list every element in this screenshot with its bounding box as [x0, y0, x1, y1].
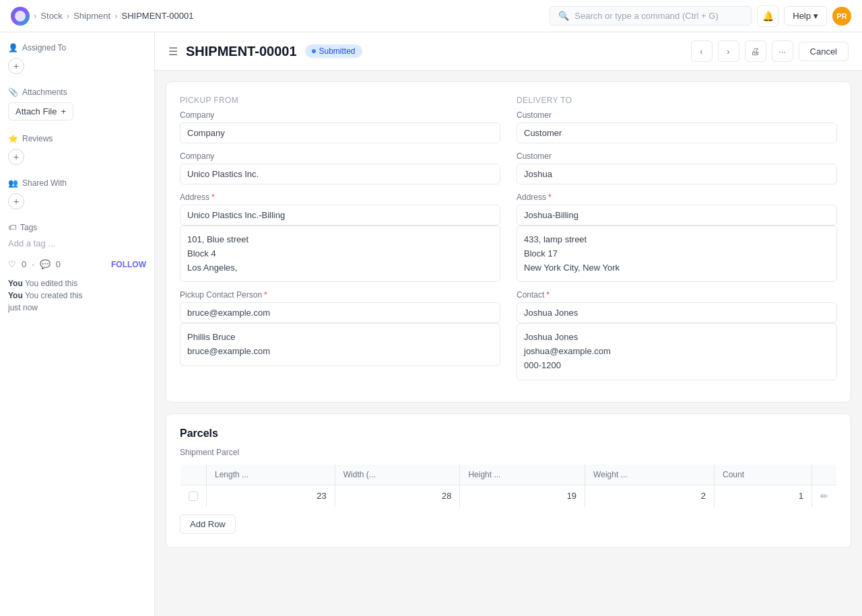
print-button[interactable]: 🖨 [745, 40, 766, 62]
add-row-button[interactable]: Add Row [180, 514, 236, 534]
help-chevron-icon: ▾ [814, 11, 818, 21]
pickup-col: Pickup from Company Company Company Unic… [180, 96, 500, 388]
status-badge: Submitted [305, 44, 362, 58]
add-shared-button[interactable]: + [8, 193, 24, 209]
menu-icon[interactable]: ☰ [168, 45, 178, 58]
delivery-contact-name: Joshua Jones [524, 331, 830, 345]
sidebar: 👤 Assigned To + 📎 Attachments Attach Fil… [0, 32, 155, 616]
assigned-to-section: 👤 Assigned To + [8, 43, 146, 74]
delivery-title: Delivery to [517, 96, 837, 105]
th-length: Length ... [207, 464, 335, 485]
pickup-contact-field: Pickup Contact Person * bruce@example.co… [180, 290, 500, 366]
pickup-type-input[interactable]: Company [180, 123, 500, 143]
attachments-title: 📎 Attachments [8, 88, 146, 97]
notification-button[interactable]: 🔔 [757, 5, 778, 27]
th-weight: Weight ... [585, 464, 715, 485]
status-dot [312, 49, 316, 53]
parcels-tbody: 23 28 19 2 1 ✏ [180, 485, 837, 507]
parcels-header-row: Length ... Width (... Height ... Weight … [180, 464, 837, 485]
add-tag-label[interactable]: Add a tag ... [8, 238, 55, 248]
edit-history: You You edited this You You created this… [8, 277, 146, 314]
tag-icon: 🏷 [8, 223, 16, 232]
follow-button[interactable]: FOLLOW [111, 260, 146, 269]
pickup-company-input[interactable]: Unico Plastics Inc. [180, 164, 500, 184]
delivery-contact-phone: 000-1200 [524, 359, 830, 373]
cell-height: 19 [460, 485, 585, 507]
next-button[interactable]: › [718, 40, 739, 62]
delivery-customer-field: Customer Joshua [517, 151, 837, 184]
shared-icon: 👥 [8, 178, 18, 188]
breadcrumb-sep-3: › [114, 11, 117, 21]
breadcrumb-shipment[interactable]: Shipment [73, 11, 110, 21]
parcels-card: Parcels Shipment Parcel Length ... Width… [166, 413, 851, 548]
parcels-title: Parcels [180, 427, 837, 440]
pickup-contact-box: Phillis Bruce bruce@example.com [180, 323, 500, 366]
topnav-left: › Stock › Shipment › SHIPMENT-00001 [11, 7, 193, 26]
delivery-type-input[interactable]: Customer [517, 123, 837, 143]
attach-file-button[interactable]: Attach File + [8, 102, 73, 121]
breadcrumb-sep-1: › [34, 11, 36, 21]
delivery-contact-field: Contact * Joshua Jones Joshua Jones josh… [517, 290, 837, 380]
reviews-section: ⭐ Reviews + [8, 134, 146, 165]
pickup-type-field: Company Company [180, 110, 500, 143]
pickup-address-name-input[interactable]: Unico Plastics Inc.-Billing [180, 205, 500, 226]
reviews-title: ⭐ Reviews [8, 134, 146, 143]
pickup-address-box: 101, Blue street Block 4 Los Angeles, [180, 226, 500, 282]
delivery-addr-line3: New York City, New York [524, 261, 830, 275]
shared-with-section: 👥 Shared With + [8, 178, 146, 209]
shared-with-title: 👥 Shared With [8, 178, 146, 188]
pickup-contact-required: * [264, 290, 267, 300]
breadcrumb-current: SHIPMENT-00001 [121, 11, 193, 21]
pickup-address-required: * [211, 193, 215, 202]
add-assigned-button[interactable]: + [8, 58, 24, 74]
status-label: Submitted [319, 46, 356, 56]
page-header-right: ‹ › 🖨 ··· Cancel [691, 40, 849, 62]
reviews-icon: ⭐ [8, 134, 18, 143]
pickup-contact-input[interactable]: bruce@example.com [180, 302, 500, 323]
edited-text: You edited this [25, 279, 77, 288]
main-content: ☰ SHIPMENT-00001 Submitted ‹ › 🖨 ··· Can… [155, 32, 862, 616]
search-bar[interactable]: 🔍 Search or type a command (Ctrl + G) [550, 6, 752, 26]
th-checkbox [180, 464, 207, 485]
row-checkbox[interactable] [189, 491, 198, 501]
th-actions [812, 464, 837, 485]
app-logo[interactable] [11, 7, 30, 26]
pickup-addr-line3: Los Angeles, [187, 261, 493, 275]
help-button[interactable]: Help ▾ [784, 6, 827, 26]
delivery-address-label: Address * [517, 193, 837, 202]
more-button[interactable]: ··· [772, 40, 793, 62]
attach-file-plus-icon: + [61, 106, 66, 116]
page-header: ☰ SHIPMENT-00001 Submitted ‹ › 🖨 ··· Can… [155, 32, 862, 71]
attachments-section: 📎 Attachments Attach File + [8, 88, 146, 121]
delivery-customer-label: Customer [517, 151, 837, 161]
parcels-subtitle: Shipment Parcel [180, 448, 837, 457]
row-edit-icon[interactable]: ✏ [820, 491, 828, 502]
cell-count: 1 [714, 485, 811, 507]
parcels-section: Parcels Shipment Parcel Length ... Width… [166, 414, 851, 547]
created-you: You [8, 291, 23, 300]
assigned-to-icon: 👤 [8, 43, 18, 53]
created-time: just now [8, 303, 38, 312]
delivery-address-name-input[interactable]: Joshua-Billing [517, 205, 837, 226]
shipment-details-card: Pickup from Company Company Company Unic… [166, 81, 851, 403]
cell-weight: 2 [585, 485, 715, 507]
created-text: You created this [25, 291, 83, 300]
tags-section: 🏷 Tags Add a tag ... [8, 223, 146, 248]
form-cols: Pickup from Company Company Company Unic… [180, 96, 837, 388]
pickup-contact-label: Pickup Contact Person * [180, 290, 500, 300]
assigned-to-title: 👤 Assigned To [8, 43, 146, 53]
delivery-contact-input[interactable]: Joshua Jones [517, 302, 837, 323]
attach-file-label: Attach File [15, 106, 57, 116]
add-review-button[interactable]: + [8, 149, 24, 165]
cancel-button[interactable]: Cancel [799, 42, 849, 61]
breadcrumb-stock[interactable]: Stock [40, 11, 63, 21]
cell-width: 28 [335, 485, 460, 507]
page-header-left: ☰ SHIPMENT-00001 Submitted [168, 44, 362, 59]
prev-button[interactable]: ‹ [691, 40, 712, 62]
delivery-addr-line2: Block 17 [524, 247, 830, 261]
delivery-customer-input[interactable]: Joshua [517, 164, 837, 184]
avatar[interactable]: PR [832, 7, 851, 26]
pickup-title: Pickup from [180, 96, 500, 105]
pickup-contact-name: Phillis Bruce [187, 331, 493, 345]
delivery-col: Delivery to Customer Customer Customer J… [517, 96, 837, 388]
